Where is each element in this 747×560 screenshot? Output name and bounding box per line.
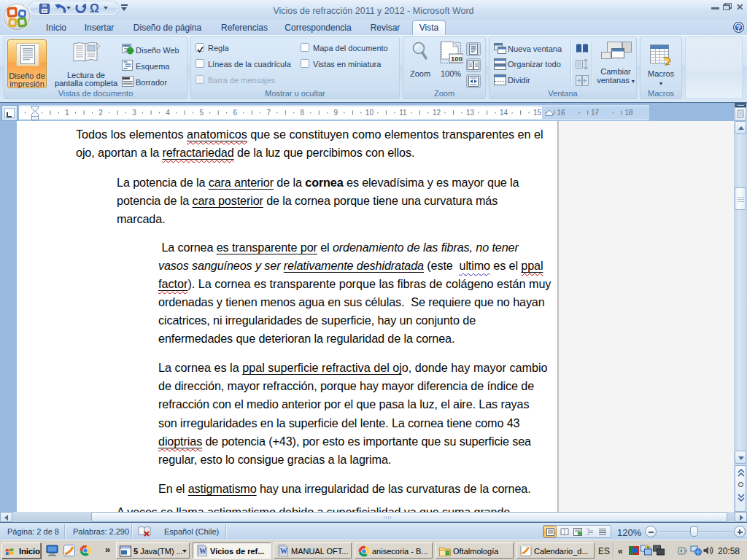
svg-text:W: W [280,547,287,555]
svg-text:100: 100 [451,55,462,63]
svg-text:1: 1 [65,109,69,117]
svg-text:6: 6 [233,109,237,117]
svg-text:11: 11 [399,109,407,117]
svg-text:15: 15 [533,109,542,117]
svg-text:5: 5 [199,109,204,117]
svg-text:LAN: LAN [646,546,651,549]
svg-text:7: 7 [266,109,271,117]
svg-text:12: 12 [433,109,441,117]
svg-text:W: W [199,547,206,555]
svg-text:18: 18 [624,109,633,117]
svg-text:9: 9 [334,109,338,117]
svg-text:8: 8 [301,109,305,117]
svg-text:14: 14 [500,109,508,117]
svg-text:10: 10 [365,109,374,117]
svg-text:2: 2 [98,109,103,117]
svg-text:13: 13 [466,109,475,117]
svg-text:17: 17 [591,109,600,117]
svg-text:16: 16 [557,109,565,117]
svg-text:3: 3 [132,109,136,117]
svg-text:4: 4 [166,109,170,117]
